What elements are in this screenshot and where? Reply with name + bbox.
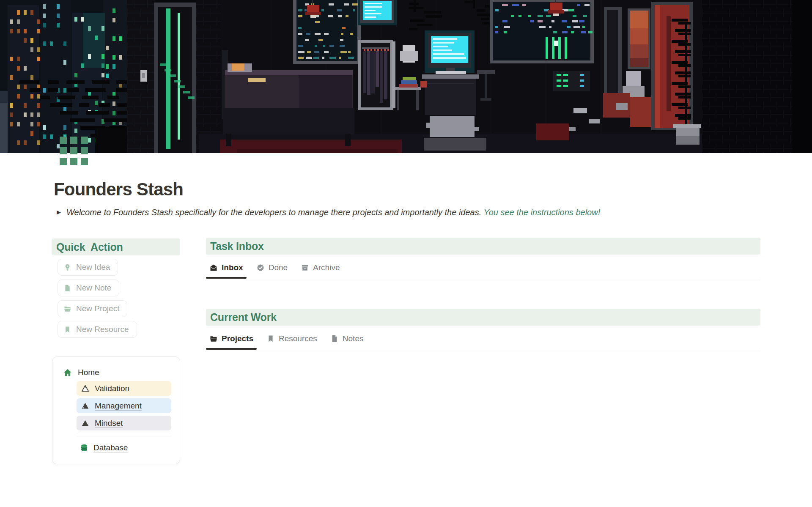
right-column: Task Inbox Inbox Done Archive Current Wo…: [206, 238, 760, 349]
quick-action-heading-bar: Quick Action: [52, 238, 180, 255]
intro-text-plain: Welcome to Founders Stash specifically f…: [66, 208, 483, 217]
folder-icon: [63, 305, 71, 313]
database-icon: [80, 444, 88, 452]
sidebar-item-mindset[interactable]: Mindset: [77, 416, 171, 430]
lightbulb-icon: [63, 263, 71, 271]
mindset-link[interactable]: Mindset: [95, 419, 123, 428]
tab-resources[interactable]: Resources: [263, 333, 321, 349]
folder-icon: [209, 334, 218, 343]
new-resource-label: New Resource: [76, 325, 129, 334]
sidebar-item-validation[interactable]: Validation: [77, 381, 171, 396]
note-icon: [330, 334, 339, 343]
validation-link[interactable]: Validation: [95, 384, 129, 393]
database-link[interactable]: Database: [93, 443, 128, 452]
archive-icon: [301, 263, 309, 272]
page-icon[interactable]: [60, 137, 88, 165]
triangle-icon: [81, 419, 90, 428]
note-icon: [63, 284, 71, 292]
house-icon: [63, 368, 72, 377]
open-mail-icon: [209, 263, 218, 272]
mountain-snow-icon: [81, 401, 90, 410]
task-inbox-heading: Task Inbox: [210, 240, 264, 252]
tab-resources-label: Resources: [279, 334, 317, 343]
mountain-snow-icon: [81, 384, 90, 393]
quick-action-heading: Quick Action: [56, 241, 123, 253]
current-work-tabs: Projects Resources Notes: [206, 333, 760, 349]
tab-inbox-label: Inbox: [222, 263, 243, 272]
database-link-row[interactable]: Database: [80, 442, 171, 453]
home-link[interactable]: Home: [78, 368, 99, 377]
left-column: Quick Action New Idea New Note New Proje…: [52, 238, 180, 464]
new-project-button[interactable]: New Project: [58, 300, 127, 317]
task-inbox-tabs: Inbox Done Archive: [206, 262, 760, 278]
tab-projects-label: Projects: [222, 334, 253, 343]
tab-inbox[interactable]: Inbox: [206, 262, 247, 278]
current-work-heading: Current Work: [210, 311, 277, 323]
intro-block: ▶ Welcome to Founders Stash specifically…: [57, 207, 712, 218]
tab-notes-label: Notes: [343, 334, 364, 343]
tab-projects[interactable]: Projects: [206, 333, 257, 349]
tab-archive-label: Archive: [313, 263, 340, 272]
tab-archive[interactable]: Archive: [297, 262, 343, 278]
management-link[interactable]: Management: [95, 401, 142, 411]
tab-done-label: Done: [269, 263, 288, 272]
tab-done[interactable]: Done: [253, 262, 291, 278]
task-inbox-heading-bar: Task Inbox: [206, 238, 760, 255]
tab-notes[interactable]: Notes: [327, 333, 367, 349]
new-resource-button[interactable]: New Resource: [58, 321, 137, 338]
page-title: Founders Stash: [54, 179, 183, 200]
intro-instructions-link[interactable]: You see the instructions below!: [483, 208, 600, 217]
intro-text: Welcome to Founders Stash specifically f…: [66, 207, 600, 218]
bookmark-icon: [266, 334, 275, 343]
card-divider: [77, 436, 171, 436]
pixel-art-cover: [0, 0, 812, 153]
new-project-label: New Project: [76, 304, 119, 313]
sidebar-item-management[interactable]: Management: [77, 398, 171, 413]
new-note-label: New Note: [76, 283, 111, 293]
check-circle-icon: [256, 263, 265, 272]
home-items: Validation Management Mindset: [77, 381, 171, 430]
new-idea-label: New Idea: [76, 263, 110, 272]
home-card: Home Validation Management Mindset Datab…: [52, 356, 180, 464]
quick-action-buttons: New Idea New Note New Project New Resour…: [52, 259, 180, 338]
new-note-button[interactable]: New Note: [58, 280, 119, 296]
new-idea-button[interactable]: New Idea: [58, 259, 118, 276]
cover-image: [0, 0, 812, 153]
toggle-triangle-icon[interactable]: ▶: [57, 207, 61, 218]
current-work-heading-bar: Current Work: [206, 309, 760, 326]
current-work-block: Current Work Projects Resources Notes: [206, 309, 760, 349]
home-link-row[interactable]: Home: [61, 367, 171, 378]
bookmark-icon: [63, 326, 71, 334]
